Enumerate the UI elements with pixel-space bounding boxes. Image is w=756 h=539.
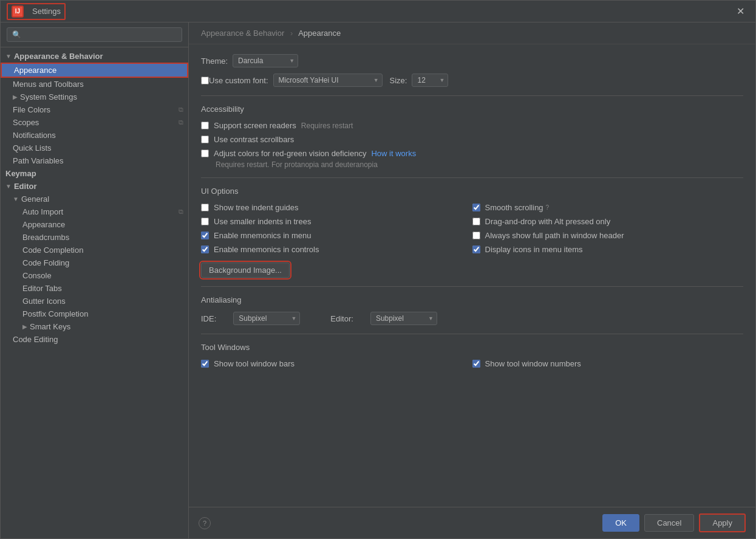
sidebar-item-scopes[interactable]: Scopes ⧉	[1, 116, 188, 129]
background-image-button[interactable]: Background Image...	[201, 263, 290, 278]
cancel-button[interactable]: Cancel	[644, 514, 694, 532]
breadcrumb: Appearance & Behavior › Appearance	[189, 22, 755, 44]
sidebar-item-quick-lists[interactable]: Quick Lists	[1, 142, 188, 154]
show-numbers-checkbox[interactable]	[472, 360, 480, 368]
show-numbers-row: Show tool window numbers	[472, 359, 744, 368]
sidebar-item-system-settings[interactable]: ▶ System Settings	[1, 91, 188, 103]
smooth-scrolling-help-icon[interactable]: ?	[546, 204, 550, 211]
sidebar-item-editor[interactable]: ▼ Editor	[1, 180, 188, 193]
screen-readers-label: Support screen readers	[214, 121, 296, 130]
custom-font-label: Use custom font:	[209, 76, 268, 85]
font-select-wrapper: Microsoft YaHei UI Arial Segoe UI	[273, 74, 383, 87]
smooth-scrolling-label: Smooth scrolling	[485, 203, 543, 212]
show-tree-indent-row: Show tree indent guides	[201, 203, 472, 212]
titlebar-brand: IJ Settings	[7, 3, 66, 20]
sidebar-item-code-folding[interactable]: Code Folding	[1, 256, 188, 269]
display-icons-menu-label: Display icons in menu items	[485, 245, 583, 254]
expand-arrow-editor: ▼	[5, 183, 12, 190]
sidebar-item-postfix-completion[interactable]: Postfix Completion	[1, 307, 188, 320]
screen-readers-row: Support screen readers Requires restart	[201, 121, 743, 130]
sidebar-item-breadcrumbs[interactable]: Breadcrumbs	[1, 231, 188, 244]
mnemonics-menu-row: Enable mnemonics in menu	[201, 231, 472, 240]
show-tree-indent-checkbox[interactable]	[201, 204, 209, 211]
sidebar-item-editor-tabs[interactable]: Editor Tabs	[1, 282, 188, 295]
tool-windows-grid: Show tool window bars Show tool window n…	[201, 359, 743, 373]
ok-button[interactable]: OK	[602, 514, 639, 532]
help-button[interactable]: ?	[199, 517, 211, 529]
sidebar-item-appearance-behavior[interactable]: ▼ Appearance & Behavior	[1, 50, 188, 63]
show-bars-label: Show tool window bars	[214, 359, 295, 368]
sidebar-item-appearance-sub[interactable]: Appearance	[1, 218, 188, 231]
right-panel: Appearance & Behavior › Appearance Theme…	[189, 22, 755, 538]
drag-drop-alt-label: Drag-and-drop with Alt pressed only	[485, 217, 611, 226]
sidebar-item-keymap[interactable]: Keymap	[1, 167, 188, 180]
show-numbers-label: Show tool window numbers	[485, 359, 581, 368]
accessibility-title: Accessibility	[201, 105, 743, 114]
sidebar-item-auto-import[interactable]: Auto Import ⧉	[1, 205, 188, 218]
editor-antialiasing-select[interactable]: Subpixel Greyscale None	[370, 312, 437, 325]
apply-button[interactable]: Apply	[699, 513, 746, 532]
contrast-scrollbars-label: Use contrast scrollbars	[214, 135, 294, 144]
ui-options-left: Show tree indent guides Use smaller inde…	[201, 203, 472, 278]
smaller-indents-row: Use smaller indents in trees	[201, 217, 472, 226]
settings-panel: Theme: Darcula IntelliJ High Contrast Us…	[189, 44, 755, 507]
titlebar: IJ Settings ✕	[1, 1, 755, 22]
show-bars-row: Show tool window bars	[201, 359, 472, 368]
how-it-works-link[interactable]: How it works	[371, 149, 416, 158]
sidebar-item-code-editing[interactable]: Code Editing	[1, 333, 188, 346]
expand-arrow-smart-keys: ▶	[22, 323, 27, 330]
ide-antialiasing-select[interactable]: Subpixel Greyscale None	[233, 312, 300, 325]
background-image-container: Background Image...	[201, 259, 472, 278]
smaller-indents-checkbox[interactable]	[201, 218, 209, 225]
full-path-header-row: Always show full path in window header	[472, 231, 744, 240]
editor-select-wrapper: Subpixel Greyscale None	[370, 312, 437, 325]
antialiasing-title: Antialiasing	[201, 295, 743, 304]
mnemonics-controls-checkbox[interactable]	[201, 245, 209, 253]
full-path-header-checkbox[interactable]	[472, 232, 480, 239]
smooth-scrolling-row: Smooth scrolling ?	[472, 203, 744, 212]
expand-arrow: ▼	[5, 53, 12, 60]
search-input[interactable]	[7, 27, 182, 42]
sidebar-item-general[interactable]: ▼ General	[1, 193, 188, 205]
custom-font-checkbox[interactable]	[201, 77, 209, 84]
mnemonics-controls-label: Enable mnemonics in controls	[214, 245, 319, 254]
breadcrumb-current: Appearance	[298, 29, 341, 38]
contrast-scrollbars-checkbox[interactable]	[201, 136, 209, 143]
color-adjust-note: Requires restart. For protanopia and deu…	[216, 160, 743, 169]
screen-readers-checkbox[interactable]	[201, 122, 209, 129]
antialiasing-row: IDE: Subpixel Greyscale None Editor: Sub…	[201, 312, 743, 325]
editor-label: Editor:	[330, 314, 353, 323]
smooth-scrolling-checkbox[interactable]	[472, 204, 480, 211]
copy-icon: ⧉	[179, 106, 183, 114]
mnemonics-menu-checkbox[interactable]	[201, 232, 209, 239]
sidebar-item-console[interactable]: Console	[1, 269, 188, 282]
show-bars-checkbox[interactable]	[201, 360, 209, 368]
sidebar-item-appearance[interactable]: Appearance	[1, 63, 188, 78]
contrast-scrollbars-row: Use contrast scrollbars	[201, 135, 743, 144]
mnemonics-menu-label: Enable mnemonics in menu	[214, 231, 311, 240]
size-select[interactable]: 12 11 13 14	[412, 74, 448, 87]
sidebar-item-notifications[interactable]: Notifications	[1, 129, 188, 142]
sidebar-item-smart-keys[interactable]: ▶ Smart Keys	[1, 320, 188, 333]
ide-select-wrapper: Subpixel Greyscale None	[233, 312, 300, 325]
expand-arrow-general: ▼	[13, 196, 19, 202]
sidebar-item-gutter-icons[interactable]: Gutter Icons	[1, 295, 188, 307]
theme-select[interactable]: Darcula IntelliJ High Contrast	[233, 54, 298, 67]
sidebar-item-menus-toolbars[interactable]: Menus and Toolbars	[1, 78, 188, 91]
sidebar-item-file-colors[interactable]: File Colors ⧉	[1, 103, 188, 116]
color-adjust-checkbox[interactable]	[201, 149, 209, 157]
sidebar-item-path-variables[interactable]: Path Variables	[1, 154, 188, 167]
sidebar-item-code-completion[interactable]: Code Completion	[1, 244, 188, 256]
close-button[interactable]: ✕	[732, 3, 749, 19]
font-select[interactable]: Microsoft YaHei UI Arial Segoe UI	[273, 74, 383, 87]
display-icons-menu-checkbox[interactable]	[472, 245, 480, 253]
drag-drop-alt-checkbox[interactable]	[472, 218, 480, 225]
theme-select-wrapper: Darcula IntelliJ High Contrast	[233, 54, 298, 67]
breadcrumb-arrow: ›	[290, 29, 293, 38]
custom-font-row: Use custom font: Microsoft YaHei UI Aria…	[201, 74, 743, 87]
theme-label: Theme:	[201, 57, 228, 66]
bottom-bar: ? OK Cancel Apply	[189, 507, 755, 538]
sidebar: ▼ Appearance & Behavior Appearance Menus…	[1, 22, 189, 538]
ui-options-right: Smooth scrolling ? Drag-and-drop with Al…	[472, 203, 744, 278]
show-tree-indent-label: Show tree indent guides	[214, 203, 298, 212]
